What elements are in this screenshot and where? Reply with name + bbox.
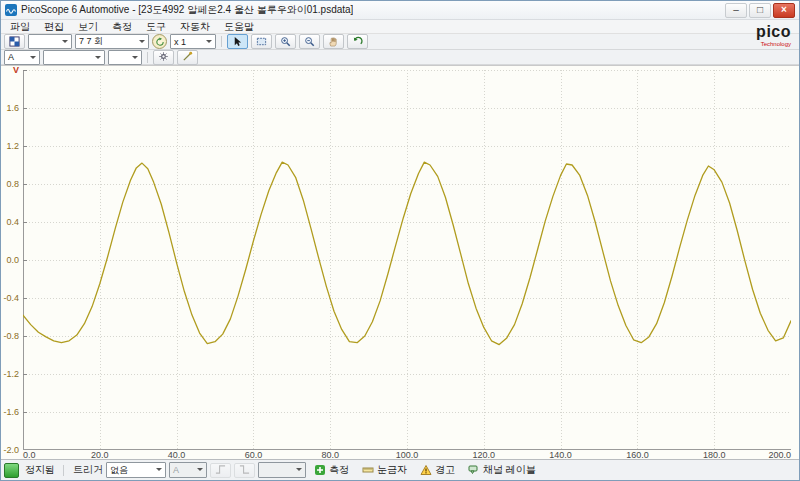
picoscope-window: PicoScope 6 Automotive - [23도4992 알페온2.4… <box>0 0 800 481</box>
alerts-button[interactable]: 경고 <box>415 461 460 479</box>
capture-count-dropdown[interactable]: 7 7 회 <box>75 34 149 49</box>
zoom-in-icon <box>280 33 291 51</box>
checkered-flag-icon <box>9 33 20 51</box>
y-axis-label: 1.6 <box>6 103 19 113</box>
capture-toolbar: 7 7 회 x 1 <box>1 34 799 50</box>
rising-edge-button[interactable] <box>210 463 231 478</box>
minimize-button[interactable]: – <box>725 3 747 18</box>
falling-edge-icon <box>239 464 250 477</box>
maximize-button[interactable]: □ <box>749 3 771 18</box>
trigger-threshold-spinner[interactable] <box>258 462 306 478</box>
y-axis-label: -1.2 <box>3 369 19 379</box>
start-button[interactable] <box>4 463 19 478</box>
hand-icon <box>328 33 339 51</box>
y-axis-label: -2.0 <box>3 445 19 455</box>
pico-logo-text: pico <box>756 23 791 40</box>
status-bar: 정지됨 트리거 없음 A 측정 눈금자 <box>1 459 799 480</box>
menu-automotive[interactable]: 자동차 <box>173 20 217 33</box>
rulers-button[interactable]: 눈금자 <box>357 461 412 479</box>
menu-view[interactable]: 보기 <box>71 20 105 33</box>
y-axis-unit: V <box>13 65 19 75</box>
trigger-label: 트리거 <box>73 463 103 477</box>
close-button[interactable]: × <box>773 3 795 18</box>
y-axis-label: 0.8 <box>6 179 19 189</box>
channel-range-dropdown[interactable] <box>43 50 105 65</box>
channel-label-icon <box>468 464 480 476</box>
waveform-plot[interactable] <box>23 70 791 450</box>
menu-measure[interactable]: 측정 <box>105 20 139 33</box>
scope-view: V1.61.20.80.40.0-0.4-0.8-1.2-1.6-2.0 0.0… <box>1 65 799 466</box>
menu-tools[interactable]: 도구 <box>139 20 173 33</box>
zoom-in-tool-button[interactable] <box>275 34 296 49</box>
y-axis: V1.61.20.80.40.0-0.4-0.8-1.2-1.6-2.0 <box>1 66 22 462</box>
channel-coupling-dropdown[interactable] <box>108 50 142 65</box>
auto-setup-button[interactable] <box>4 34 25 49</box>
rising-edge-icon <box>215 464 226 477</box>
menu-help[interactable]: 도움말 <box>217 20 261 33</box>
pointer-tool-button[interactable] <box>227 34 248 49</box>
trigger-source-dropdown[interactable]: A <box>169 462 207 478</box>
y-axis-label: 0.0 <box>6 255 19 265</box>
alert-icon <box>420 464 432 476</box>
channel-toolbar: A <box>1 50 799 65</box>
pointer-icon <box>232 33 243 51</box>
channel-a-dropdown[interactable]: A <box>4 50 40 65</box>
titlebar: PicoScope 6 Automotive - [23도4992 알페온2.4… <box>1 1 799 20</box>
y-axis-label: -0.8 <box>3 331 19 341</box>
ruler-icon <box>362 464 374 476</box>
y-axis-label: -0.4 <box>3 293 19 303</box>
measurements-button[interactable]: 측정 <box>309 461 354 479</box>
y-axis-label: 1.2 <box>6 141 19 151</box>
probe-icon <box>182 48 193 66</box>
window-zoom-icon <box>256 33 267 51</box>
pico-logo: pico Technology <box>756 24 791 47</box>
menu-bar: 파일 편집 보기 측정 도구 자동차 도움말 <box>1 20 799 34</box>
reset-zoom-button[interactable] <box>152 34 167 49</box>
app-icon <box>5 4 17 16</box>
window-title: PicoScope 6 Automotive - [23도4992 알페온2.4… <box>21 3 353 17</box>
gear-icon <box>158 48 169 66</box>
probe-button[interactable] <box>177 50 198 65</box>
window-zoom-tool-button[interactable] <box>251 34 272 49</box>
zoom-level-dropdown[interactable]: x 1 <box>170 34 216 49</box>
falling-edge-button[interactable] <box>234 463 255 478</box>
menu-edit[interactable]: 편집 <box>37 20 71 33</box>
channel-options-button[interactable] <box>153 50 174 65</box>
undo-arrow-icon <box>352 33 363 51</box>
zoom-out-icon <box>304 33 315 51</box>
trigger-mode-dropdown[interactable]: 없음 <box>106 462 166 478</box>
capture-status: 정지됨 <box>22 463 58 477</box>
y-axis-label: -1.6 <box>3 407 19 417</box>
add-measurement-icon <box>314 464 326 476</box>
channel-labels-button[interactable]: 채널 레이블 <box>463 461 541 479</box>
y-axis-label: 0.4 <box>6 217 19 227</box>
zoom-out-tool-button[interactable] <box>299 34 320 49</box>
menu-file[interactable]: 파일 <box>3 20 37 33</box>
buffer-dropdown[interactable] <box>28 34 72 49</box>
undo-zoom-button[interactable] <box>347 34 368 49</box>
hand-tool-button[interactable] <box>323 34 344 49</box>
pico-logo-tagline: Technology <box>756 41 791 47</box>
